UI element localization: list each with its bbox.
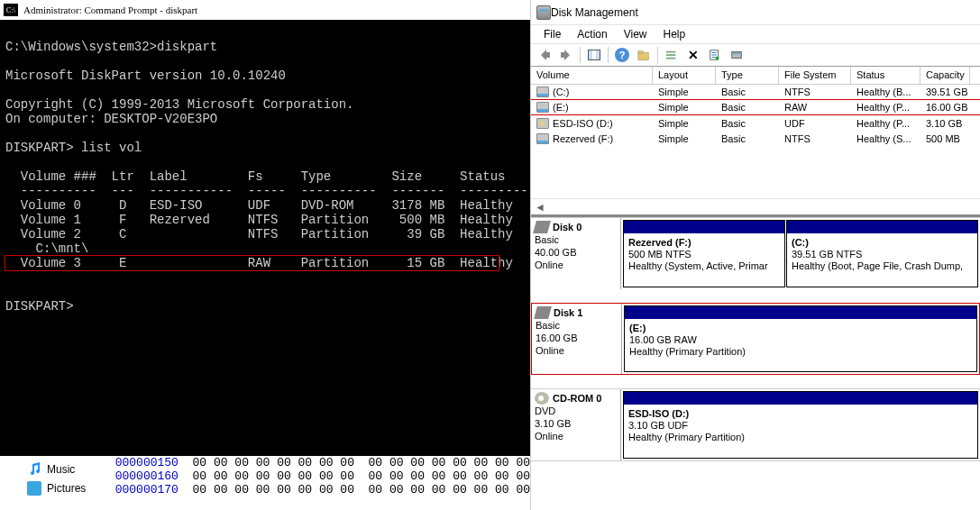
cdrom-0-info: CD-ROM 0 DVD 3.10 GB Online [531,389,621,460]
cell-fs: UDF [779,118,851,129]
hex-bytes: 00 00 00 00 00 00 00 00 00 00 00 00 00 0… [179,456,530,469]
cmd-line: Microsoft DiskPart version 10.0.10240 [5,68,286,83]
disk-0[interactable]: Disk 0 Basic 40.00 GB Online Rezerved (F… [531,217,980,289]
volume-row-f[interactable]: Rezerved (F:) Simple Basic NTFS Healthy … [531,131,980,146]
cell-status: Healthy (P... [851,118,920,129]
disk-size: 3.10 GB [535,417,617,430]
cdrom-0[interactable]: CD-ROM 0 DVD 3.10 GB Online ESD-ISO (D:)… [531,388,980,460]
disk-1[interactable]: Disk 1 Basic 16.00 GB Online (E:) 16.00 … [531,303,980,375]
disk-size: 40.00 GB [535,246,617,259]
highlighted-volume-3: Volume 3 E RAW Partition 15 GB Healthy [5,256,499,270]
cmd-line: Copyright (C) 1999-2013 Microsoft Corpor… [5,97,353,112]
menu-file[interactable]: File [536,26,568,42]
cmd-output[interactable]: C:\Windows\system32>diskpart Microsoft D… [0,20,530,319]
hex-addr: 000000170 [115,483,179,496]
menu-help[interactable]: Help [656,26,693,42]
col-layout[interactable]: Layout [653,67,716,84]
partition-info: 39.51 GB NTFS [792,249,973,260]
cell-status: Healthy (B... [851,87,920,97]
settings-button[interactable] [634,45,654,65]
nav-label: Pictures [47,482,86,495]
partition-status: Healthy (Boot, Page File, Crash Dump, [792,260,973,272]
cell-fs: NTFS [779,87,851,97]
svg-rect-8 [733,52,741,54]
partition-info: 500 MB NTFS [628,249,780,260]
hex-bytes: 00 00 00 00 00 00 00 00 00 00 00 00 00 0… [179,469,530,483]
properties-button[interactable] [705,45,725,65]
col-filesystem[interactable]: File System [779,67,851,84]
separator [657,47,658,63]
dvd-icon [535,392,549,405]
hdd-icon [533,221,551,233]
col-type[interactable]: Type [716,67,779,84]
x-icon: ✕ [688,48,699,62]
properties-icon [709,49,721,61]
nav-pictures[interactable]: Pictures [27,480,115,496]
cmd-line: C:\Windows\system32>diskpart [5,40,217,54]
partition-esdiso[interactable]: ESD-ISO (D:) 3.10 GB UDF Healthy (Primar… [623,391,978,459]
explorer-hex-strip: Music Pictures 000000150 00 00 00 00 00 … [0,456,530,510]
disk-0-info: Disk 0 Basic 40.00 GB Online [531,218,621,289]
explorer-nav: Music Pictures [0,456,115,510]
disk-1-info: Disk 1 Basic 16.00 GB Online [532,304,622,374]
list-icon [665,50,678,60]
partition-status: Healthy (Primary Partition) [629,346,972,358]
partition-header [624,392,977,405]
cell-fs: RAW [779,102,851,113]
col-status[interactable]: Status [851,67,920,84]
svg-rect-4 [666,58,676,59]
nav-music[interactable]: Music [27,461,115,478]
columns-view-button[interactable] [584,45,604,65]
cell-layout: Simple [653,133,716,144]
partition-header [624,221,784,233]
disk-type: Basic [536,319,618,332]
volume-row-c[interactable]: (C:) Simple Basic NTFS Healthy (B... 39.… [531,85,980,100]
nav-label: Music [47,463,75,476]
svg-rect-2 [666,51,676,53]
partition-header [625,306,976,319]
partition-info: 16.00 GB RAW [629,334,972,346]
partition-e[interactable]: (E:) 16.00 GB RAW Healthy (Primary Parti… [624,305,977,372]
dm-graphical-view: Disk 0 Basic 40.00 GB Online Rezerved (F… [531,214,980,461]
cell-layout: Simple [653,118,716,129]
back-button[interactable] [535,45,554,65]
disk-icon [730,49,743,61]
hex-viewer[interactable]: 000000150 00 00 00 00 00 00 00 00 00 00 … [115,456,530,510]
cell-status: Healthy (P... [851,102,920,113]
col-capacity[interactable]: Capacity [920,67,970,84]
delete-button[interactable]: ✕ [683,45,703,65]
list-hscroll[interactable]: ◄ [531,198,980,214]
columns-icon [588,50,600,60]
separator [580,47,581,63]
cmd-titlebar[interactable]: C:\ Administrator: Command Prompt - disk… [0,0,530,20]
drive-icon [536,87,549,97]
volume-row-e[interactable]: (E:) Simple Basic RAW Healthy (P... 16.0… [531,100,980,115]
svg-rect-1 [638,51,643,54]
partition-c[interactable]: (C:) 39.51 GB NTFS Healthy (Boot, Page F… [786,220,978,287]
disk-type: DVD [535,405,617,417]
partition-header [787,221,977,233]
scroll-left-icon[interactable]: ◄ [533,200,547,214]
drive-icon [536,102,549,113]
col-volume[interactable]: Volume [531,67,653,84]
partition-status: Healthy (Primary Partition) [628,432,973,443]
forward-button[interactable] [556,45,576,65]
menu-action[interactable]: Action [570,26,614,42]
cmd-line: C:\mnt\ [5,241,88,256]
partition-title: Rezerved (F:) [628,237,780,249]
help-button[interactable]: ? [612,45,632,65]
volume-row-d[interactable]: ESD-ISO (D:) Simple Basic UDF Healthy (P… [531,115,980,131]
volume-name: ESD-ISO (D:) [553,118,613,129]
extra-button[interactable] [727,45,746,65]
disk-name: CD-ROM 0 [553,392,601,405]
partition-rezerved[interactable]: Rezerved (F:) 500 MB NTFS Healthy (Syste… [623,220,785,287]
refresh-button[interactable] [662,45,682,65]
disk-state: Online [536,344,618,357]
cell-layout: Simple [653,102,716,113]
help-icon: ? [615,48,629,62]
menu-view[interactable]: View [617,26,655,42]
cmd-line: Volume 0 D ESD-ISO UDF DVD-ROM 3178 MB H… [5,198,513,213]
dm-titlebar[interactable]: Disk Management [531,0,980,25]
cmd-window-title: Administrator: Command Prompt - diskpart [23,5,197,15]
cell-fs: NTFS [779,133,851,144]
